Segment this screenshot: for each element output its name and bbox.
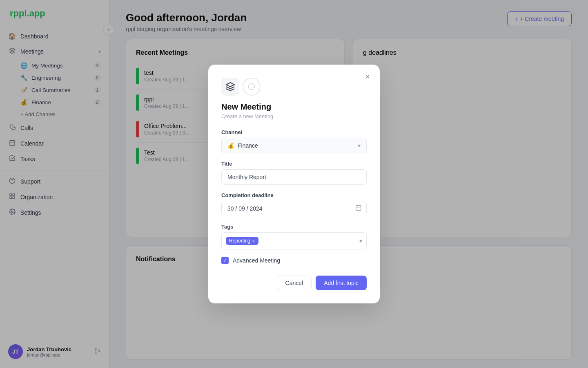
date-wrapper (221, 201, 367, 216)
cancel-button[interactable]: Cancel (277, 276, 312, 290)
title-label: Title (221, 161, 367, 167)
channel-select[interactable]: 💰 Finance ▾ (221, 138, 367, 153)
add-first-topic-button[interactable]: Add first topic (316, 276, 367, 290)
tags-chevron-icon: ▾ (359, 238, 362, 244)
modal-overlay: × New Meeting Create a new Meeting Chann… (0, 0, 588, 368)
modal-layers-icon (221, 78, 239, 96)
title-input[interactable] (221, 169, 367, 185)
svg-marker-13 (226, 83, 234, 87)
advanced-meeting-label: Advanced Meeting (233, 257, 280, 264)
tags-input[interactable]: Reporting × ▾ (221, 232, 367, 249)
channel-value: Finance (238, 142, 258, 149)
modal-title: New Meeting (221, 102, 367, 112)
advanced-meeting-row: ✓ Advanced Meeting (221, 257, 367, 264)
channel-emoji: 💰 (227, 142, 234, 149)
deadline-label: Completion deadline (221, 192, 367, 198)
tag-chip-reporting: Reporting × (226, 237, 258, 245)
tag-remove-button[interactable]: × (252, 238, 255, 244)
channel-label: Channel (221, 129, 367, 135)
modal-footer: Cancel Add first topic (221, 276, 367, 290)
modal-icon-row (221, 78, 367, 96)
advanced-meeting-checkbox[interactable]: ✓ (221, 257, 229, 264)
tags-form-group: Tags Reporting × ▾ (221, 224, 367, 249)
modal-close-button[interactable]: × (362, 71, 373, 83)
modal-circle-icon (243, 78, 261, 96)
deadline-input[interactable] (221, 201, 367, 216)
svg-point-14 (249, 84, 255, 90)
new-meeting-modal: × New Meeting Create a new Meeting Chann… (208, 65, 380, 303)
tags-label: Tags (221, 224, 367, 230)
modal-subtitle: Create a new Meeting (221, 113, 367, 119)
channel-form-group: Channel 💰 Finance ▾ (221, 129, 367, 153)
chevron-down-icon: ▾ (358, 142, 361, 149)
deadline-form-group: Completion deadline (221, 192, 367, 216)
title-form-group: Title (221, 161, 367, 185)
